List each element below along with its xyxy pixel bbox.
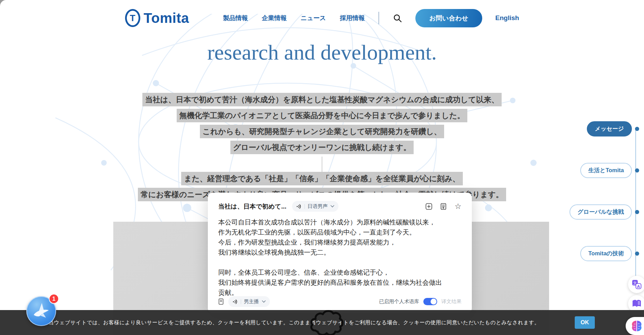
side-nav-dot [635, 168, 639, 173]
brain-icon [630, 319, 643, 333]
side-nav-row: 生活とTomita [570, 163, 639, 178]
add-to-glossary-icon[interactable] [425, 203, 432, 210]
header: T Tomita 製品情報 企業情報 ニュース 採用情報 お問い合わせ Engl… [0, 0, 644, 36]
toggle-knob [431, 299, 436, 305]
translated-line: 今后，作为研发型挑战企业，我们将继续努力提高研发能力， [218, 237, 461, 247]
hero-paragraphs: 当社は、日本で初めて苦汁（海水成分）を原料とした塩基性炭酸マグネシウムの合成に成… [0, 93, 644, 204]
highlighted-text-line: また、経営理念である「社是」「信条」「企業使命感」を全従業員が心に刻み、 [181, 172, 463, 185]
nav-item[interactable]: 企業情報 [262, 14, 287, 22]
source-voice-selector[interactable]: 日语男声 [292, 201, 338, 212]
side-nav-row: メッセージ [570, 121, 639, 136]
document-icon[interactable] [218, 298, 224, 305]
nav-item[interactable]: 採用情報 [340, 14, 365, 22]
page-title: research and development. [0, 40, 644, 65]
cookie-message: 当ウェブサイトでは、お客様により良いサービスをご提供するため、クッキーを利用して… [48, 319, 540, 326]
paragraph-divider [322, 157, 322, 172]
voice-pill-divider [241, 299, 241, 304]
popup-actions: ☆ [425, 203, 461, 210]
notification-badge: 1 [49, 294, 59, 304]
side-nav-pill[interactable]: メッセージ [587, 121, 632, 136]
page: T Tomita 製品情報 企業情報 ニュース 採用情報 お問い合わせ Engl… [0, 0, 644, 335]
translated-line: 本公司自日本首次成功合成以苦汁（海水成分）为原料的碱性碳酸镁以来， [218, 217, 461, 227]
translation-popup: 当社は、日本で初めて... 日语男声 [208, 193, 472, 313]
translated-line: 同时，全体员工将公司理念、信条、企业使命感铭记于心， [218, 267, 461, 277]
cookie-ok-button[interactable]: OK [575, 316, 595, 329]
glossary-status-label: 已启用个人术语库 [379, 298, 419, 305]
english-language-link[interactable]: English [495, 14, 519, 22]
ai-brain-extension-button[interactable] [626, 317, 644, 335]
translated-text: 本公司自日本首次成功合成以苦汁（海水成分）为原料的碱性碳酸镁以来，作为无机化学工… [218, 217, 461, 298]
chevron-down-icon [262, 300, 266, 303]
popup-header: 当社は、日本で初めて... 日语男声 [218, 201, 461, 212]
voice-pill-divider [305, 204, 305, 209]
logo-text: Tomita [144, 10, 189, 26]
highlighted-text-line: グローバル視点でオンリーワンに挑戦し続けます。 [230, 141, 414, 154]
speaker-icon [232, 299, 238, 305]
nav-item[interactable]: ニュース [301, 14, 326, 22]
side-nav-dot [635, 252, 639, 256]
target-voice-selector[interactable]: 男主播 [228, 296, 270, 307]
glossary-toggle[interactable] [423, 298, 437, 305]
side-nav-row: グローバルな挑戦 [570, 204, 639, 220]
translate-extension-button[interactable]: 文 A [628, 276, 644, 293]
side-nav-pill[interactable]: Tomitaの技術 [580, 246, 632, 261]
favorite-star-icon[interactable]: ☆ [455, 203, 461, 210]
main-nav: 製品情報 企業情報 ニュース 採用情報 [223, 14, 365, 22]
cloud-doodle-annotation [309, 309, 347, 335]
side-nav-pill[interactable]: グローバルな挑戦 [570, 204, 632, 220]
translated-line: 我们将继续以全球视角挑战独一无二。 [218, 247, 461, 257]
highlighted-text-line: これからも、研究開発型チャレンジ企業として研究開発力を研鑽し、 [200, 125, 444, 138]
highlighted-text-line: 当社は、日本で初めて苦汁（海水成分）を原料とした塩基性炭酸マグネシウムの合成に成… [142, 93, 502, 106]
compare-translation-icon[interactable] [440, 203, 447, 210]
translate-icon: 文 A [632, 279, 642, 290]
chevron-down-icon [330, 205, 334, 208]
search-icon[interactable] [393, 14, 402, 23]
translated-line: 作为无机化学工业的先驱，以医药品领域为中心，一直走到了今天。 [218, 227, 461, 237]
side-nav-pill[interactable]: 生活とTomita [580, 163, 632, 178]
header-divider [379, 12, 379, 24]
source-voice-label: 日语男声 [308, 203, 328, 210]
translated-line: 我们始终将提供满足客户需求的更好的商品和服务放在首位，继续为社会做出 [218, 277, 461, 288]
result-tab-label[interactable]: 译文结果 [441, 298, 461, 305]
side-nav-dot [635, 210, 639, 214]
contact-button[interactable]: お問い合わせ [415, 9, 482, 27]
popup-footer: 男主播 已启用个人术语库 译文结果 [218, 296, 461, 307]
assistant-bird-button[interactable]: 1 [26, 296, 56, 326]
popup-title: 当社は、日本で初めて... [218, 202, 286, 211]
translated-line [218, 257, 461, 267]
side-nav-dot [635, 127, 639, 131]
speaker-icon [296, 204, 302, 209]
side-nav-row: Tomitaの技術 [570, 246, 639, 261]
logo-t-icon: T [125, 9, 140, 27]
book-icon [632, 299, 642, 309]
section-side-nav: メッセージ 生活とTomita グローバルな挑戦 Tomitaの技術 [570, 121, 639, 288]
highlighted-text-line: 無機化学工業のパイオニアとして医薬品分野を中心に今日まで歩んで参りました。 [177, 109, 468, 122]
nav-item[interactable]: 製品情報 [223, 14, 248, 22]
svg-text:A: A [637, 284, 640, 289]
logo[interactable]: T Tomita [125, 9, 189, 27]
paragraph-1: 当社は、日本で初めて苦汁（海水成分）を原料とした塩基性炭酸マグネシウムの合成に成… [0, 93, 644, 154]
target-voice-label: 男主播 [244, 298, 259, 305]
